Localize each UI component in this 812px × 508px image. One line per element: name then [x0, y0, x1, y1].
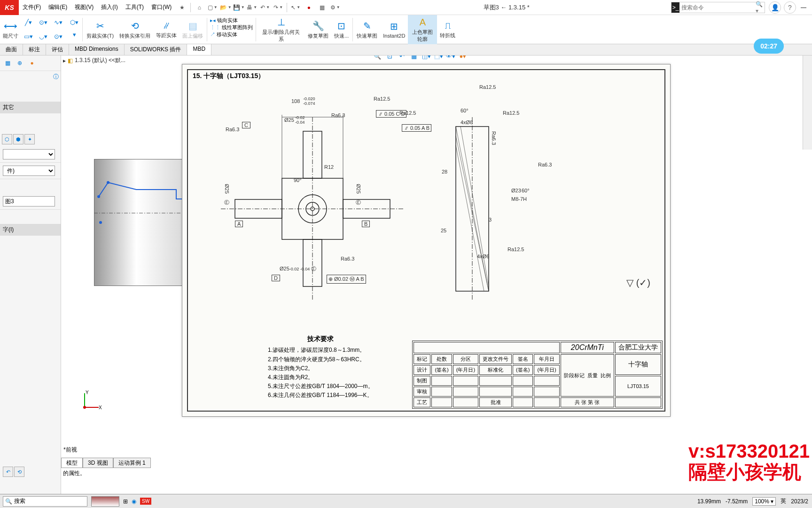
open-icon[interactable]: 📂▼: [220, 2, 231, 13]
panel-btn2[interactable]: ⬢: [13, 134, 23, 144]
search-icon: 🔍: [5, 498, 12, 505]
panel-target-icon[interactable]: ⊕: [14, 57, 25, 69]
panel-sphere-icon[interactable]: ●: [26, 57, 38, 69]
menu-edit[interactable]: 编辑(E): [45, 3, 71, 11]
text-icon[interactable]: ▾: [68, 28, 80, 40]
trim-entities-button[interactable]: ✂ 剪裁实体(T): [84, 15, 117, 44]
arc-icon[interactable]: ◡▾: [37, 30, 49, 42]
panel-input-name[interactable]: [3, 196, 55, 206]
tab-surface[interactable]: 曲面: [0, 44, 23, 55]
circle-icon[interactable]: ⊙▾: [37, 16, 49, 28]
tab-model-view[interactable]: 模型: [61, 458, 83, 468]
hide-show-icon[interactable]: 👁▾: [445, 56, 456, 61]
svg-line-26: [456, 145, 484, 291]
panel-btn1[interactable]: ⬡: [2, 134, 12, 144]
rapid-icon: ✎: [363, 20, 371, 32]
fav-btn2[interactable]: ⟲: [14, 467, 24, 477]
repair-button[interactable]: 🔧 修复草图: [305, 15, 331, 44]
menu-view[interactable]: 视图(V): [71, 3, 97, 11]
panel-btn3[interactable]: ✦: [24, 134, 35, 144]
pattern-button[interactable]: ⋮⋮ 线性草图阵列: [210, 24, 253, 31]
svg-text:Y: Y: [86, 390, 89, 395]
undo-icon[interactable]: ↶▼: [259, 2, 271, 13]
save-icon[interactable]: 💾▼: [233, 2, 244, 13]
tab-addins[interactable]: SOLIDWORKS 插件: [125, 44, 187, 55]
breadcrumb[interactable]: ▸◧ 1.3.15 (默认) <<默...: [63, 56, 125, 64]
drawing-overlay: 15. 十字轴（LJT03.15）: [182, 64, 671, 417]
print-icon[interactable]: 🖶▼: [246, 2, 258, 13]
star-icon[interactable]: ★: [176, 2, 187, 13]
menu-tools[interactable]: 工具(T): [122, 3, 148, 11]
section-icon[interactable]: ▦: [409, 56, 419, 61]
fav-btn1[interactable]: ↶: [3, 467, 13, 477]
minimize-icon[interactable]: —: [799, 4, 808, 11]
solidworks-logo: KS: [0, 0, 19, 15]
menu-insert[interactable]: 插入(I): [97, 3, 121, 11]
property-panel: ▦ ⊕ ● ⓘ 其它 ⬡ ⬢ ✦ 件) 字(I) ↶ ⟲: [0, 56, 61, 494]
zoom-fit-icon[interactable]: 🔍: [372, 56, 383, 61]
sw-app-icon[interactable]: SW: [140, 498, 151, 505]
statusbar: 🔍 搜索 ⊞ ◉ SW 13.99mm -7.52mm 100% ▾ 英 202…: [0, 494, 812, 508]
shade-icon: A: [420, 17, 426, 28]
shaded-sketch-button[interactable]: A 上色草图轮廓: [408, 15, 437, 44]
move-button[interactable]: ↗ 移动实体: [210, 31, 253, 38]
view-label: *前视: [63, 446, 77, 454]
spline-icon[interactable]: ∿▾: [52, 16, 64, 28]
smart-dimension-button[interactable]: ⟷ 能尺寸: [0, 15, 21, 44]
appearance-icon[interactable]: ●▾: [458, 56, 468, 61]
settings-icon[interactable]: ⚙▼: [329, 2, 341, 13]
mirror-button[interactable]: ▸◂ 镜向实体: [210, 17, 253, 24]
status-search[interactable]: 🔍 搜索: [3, 496, 87, 507]
right-sidebar[interactable]: [803, 56, 812, 150]
offset-entities-button[interactable]: ⫽ 等距实体: [153, 15, 180, 44]
search-input[interactable]: [679, 4, 754, 11]
search-terminal-icon: >_: [671, 2, 679, 13]
zoom-area-icon[interactable]: ⊡: [384, 56, 395, 61]
quick-snap-button[interactable]: ⊡ 快速...: [331, 15, 351, 44]
tab-mbd-dim[interactable]: MBD Dimensions: [69, 44, 125, 55]
graphics-viewport[interactable]: ▸◧ 1.3.15 (默认) <<默... 🔍 ⊡ ↶ ▦ ◫▾ ⬚▾ 👁▾ ●…: [61, 56, 812, 494]
svg-point-2: [107, 181, 109, 184]
tab-evaluate[interactable]: 评估: [46, 44, 69, 55]
ime-indicator[interactable]: 英: [781, 497, 786, 505]
panel-dropdown1[interactable]: [3, 149, 55, 159]
menu-file[interactable]: 文件(F): [19, 3, 45, 11]
relations-button[interactable]: ⊥ 显示/删除几何关系: [257, 15, 305, 44]
user-icon[interactable]: 👤: [769, 1, 781, 14]
search-magnify-icon[interactable]: 🔍▾: [754, 1, 765, 14]
tab-annotate[interactable]: 标注: [23, 44, 46, 55]
prev-view-icon[interactable]: ↶: [397, 56, 407, 61]
info-icon[interactable]: ⓘ: [53, 73, 59, 80]
display-style-icon[interactable]: ⬚▾: [433, 56, 444, 61]
redo-icon[interactable]: ↷▼: [273, 2, 284, 13]
rebuild-icon[interactable]: ●: [303, 2, 314, 13]
svg-point-1: [97, 195, 100, 198]
coord-y: -7.52mm: [726, 498, 748, 505]
instant2d-button[interactable]: ⊞ Instant2D: [380, 15, 408, 44]
taskbar-thumbnail[interactable]: [91, 496, 119, 507]
point-icon[interactable]: ⊙▾: [52, 30, 64, 42]
rect-icon[interactable]: ▭▾: [22, 30, 34, 42]
view-orient-icon[interactable]: ◫▾: [421, 56, 431, 61]
edge-icon[interactable]: ◉: [132, 498, 136, 505]
options1-icon[interactable]: ▦: [316, 2, 328, 13]
new-icon[interactable]: ▢▼: [207, 2, 218, 13]
rapid-sketch-button[interactable]: ✎ 快速草图: [354, 15, 380, 44]
svg-line-24: [461, 127, 489, 286]
line-icon[interactable]: ╱▾: [22, 16, 34, 28]
panel-layers-icon[interactable]: ▦: [2, 57, 13, 69]
command-search[interactable]: >_ 🔍▾: [671, 2, 765, 13]
panel-dropdown2[interactable]: 件): [3, 166, 55, 176]
help-icon[interactable]: ?: [784, 1, 796, 14]
menu-window[interactable]: 窗口(W): [148, 3, 175, 11]
tab-motion-study[interactable]: 运动算例 1: [113, 458, 151, 468]
select-icon[interactable]: ↖▼: [290, 2, 301, 13]
tab-mbd[interactable]: MBD: [187, 44, 211, 55]
poly-icon[interactable]: ⬡▾: [68, 16, 80, 28]
tab-3d-view[interactable]: 3D 视图: [83, 458, 113, 468]
convert-entities-button[interactable]: ⟲ 转换实体引用: [117, 15, 153, 44]
home-icon[interactable]: ⌂: [194, 2, 205, 13]
taskview-icon[interactable]: ⊞: [123, 498, 128, 505]
jog-line-button[interactable]: ⎍ 转折线: [437, 15, 458, 44]
zoom-level[interactable]: 100% ▾: [752, 497, 776, 506]
